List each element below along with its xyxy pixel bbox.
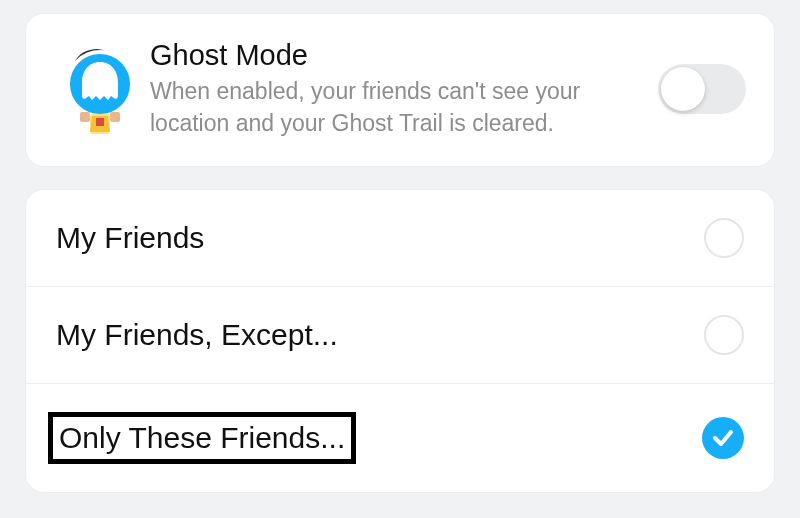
ghost-mode-title: Ghost Mode xyxy=(150,39,640,72)
ghost-mode-description: When enabled, your friends can't see you… xyxy=(150,76,640,138)
ghost-mode-card: Ghost Mode When enabled, your friends ca… xyxy=(26,14,774,166)
ghost-mode-row: Ghost Mode When enabled, your friends ca… xyxy=(50,36,746,142)
option-label: My Friends xyxy=(56,221,204,255)
radio-checked-icon xyxy=(702,417,744,459)
ghost-icon xyxy=(56,36,144,142)
toggle-knob xyxy=(661,67,705,111)
option-only-these-friends[interactable]: Only These Friends... xyxy=(26,383,774,492)
option-my-friends-except[interactable]: My Friends, Except... xyxy=(26,286,774,383)
option-my-friends[interactable]: My Friends xyxy=(26,190,774,286)
option-label: My Friends, Except... xyxy=(56,318,338,352)
location-options-list: My Friends My Friends, Except... Only Th… xyxy=(26,190,774,492)
svg-rect-2 xyxy=(80,112,90,122)
svg-rect-3 xyxy=(110,112,120,122)
ghost-mode-toggle[interactable] xyxy=(658,64,746,114)
highlight-annotation: Only These Friends... xyxy=(48,412,356,464)
check-icon xyxy=(711,426,735,450)
ghost-mode-text: Ghost Mode When enabled, your friends ca… xyxy=(150,39,658,138)
radio-unchecked-icon xyxy=(704,218,744,258)
option-label: Only These Friends... xyxy=(59,421,345,454)
radio-unchecked-icon xyxy=(704,315,744,355)
ghost-mode-avatar xyxy=(50,36,150,142)
